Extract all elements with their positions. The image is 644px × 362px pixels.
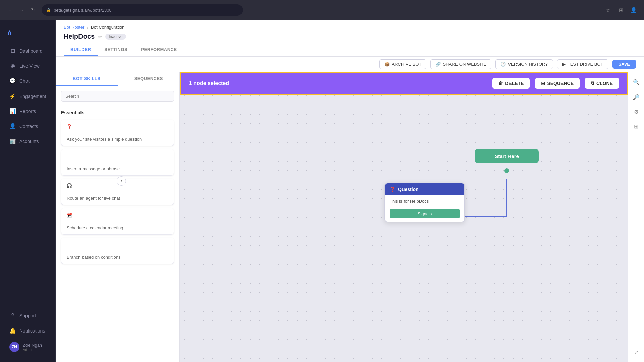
skill-livechat-name: Live Chat (75, 183, 97, 188)
sidebar-item-liveview[interactable]: ◉ Live View (3, 59, 53, 73)
sidebar-item-reports[interactable]: 📊 Reports (3, 104, 53, 118)
skill-card-question[interactable]: ❓ Question Ask your site visitors a simp… (61, 120, 174, 146)
share-website-button[interactable]: 🔗 SHARE ON WEBSITE (430, 59, 491, 69)
skill-card-conditional[interactable]: ⑂ Conditional Branching Branch based on … (61, 238, 174, 264)
sidebar-item-notifications[interactable]: 🔔 Notifications (3, 323, 53, 338)
tab-settings[interactable]: SETTINGS (98, 44, 134, 56)
url-text: beta.getsignals.ai/#/bots/2308 (54, 8, 112, 13)
sidebar-item-engagement[interactable]: ⚡ Engagement (3, 89, 53, 103)
selection-banner: 1 node selected 🗑 DELETE ⊞ SEQUENCE ⧉ CL… (180, 72, 628, 95)
avatar: ZN (9, 342, 19, 352)
essentials-section-title: Essentials (61, 110, 174, 115)
user-profile-item[interactable]: ZN Zoe Ngan Admin (3, 339, 53, 355)
star-button[interactable]: ☆ (603, 5, 613, 15)
skill-question-name: Question (75, 124, 96, 129)
sidebar-item-accounts[interactable]: 🏢 Accounts (3, 134, 53, 148)
breadcrumb-parent[interactable]: Bot Roster (64, 25, 84, 30)
share-icon: 🔗 (435, 62, 441, 67)
address-bar[interactable]: 🔒 beta.getsignals.ai/#/bots/2308 (42, 4, 243, 16)
settings-icon[interactable]: ⚙ (630, 106, 642, 118)
delete-button[interactable]: 🗑 DELETE (492, 78, 530, 89)
skill-livechat-body: Route an agent for live chat (61, 192, 174, 205)
reload-button[interactable]: ↻ (28, 5, 38, 15)
sequence-button[interactable]: ⊞ SEQUENCE (535, 78, 580, 89)
engagement-icon: ⚡ (9, 93, 16, 99)
clone-button[interactable]: ⧉ CLONE (585, 78, 619, 89)
save-button[interactable]: SAVE (612, 60, 636, 69)
canvas-area: 1 node selected 🗑 DELETE ⊞ SEQUENCE ⧉ CL… (180, 72, 628, 362)
sidebar-item-label: Contacts (19, 124, 38, 129)
skill-message-body: Insert a message or phrase (61, 163, 174, 176)
tab-bot-skills[interactable]: BOT SKILLS (56, 72, 118, 86)
panel-collapse-button[interactable]: ‹ (117, 176, 126, 186)
tab-sequences[interactable]: SEQUENCES (118, 72, 180, 86)
start-node-label: Start Here (495, 153, 519, 159)
sidebar: ∧ ⊞ Dashboard ◉ Live View 💬 Chat ⚡ Engag… (0, 20, 56, 362)
nav-buttons: ← → ↻ (5, 5, 38, 15)
sidebar-item-label: Reports (19, 109, 36, 114)
skills-list: Essentials ❓ Question Ask your site visi… (56, 106, 179, 362)
skills-tabs: BOT SKILLS SEQUENCES (56, 72, 179, 86)
reports-icon: 📊 (9, 108, 16, 114)
sidebar-item-support[interactable]: ? Support (3, 309, 53, 323)
sidebar-item-dashboard[interactable]: ⊞ Dashboard (3, 44, 53, 58)
skill-message-name: Message (74, 154, 94, 159)
browser-actions: ☆ ⊞ 👤 (603, 5, 639, 15)
test-drive-button[interactable]: ▶ TEST DRIVE BOT (557, 59, 608, 69)
tab-builder[interactable]: BUILDER (64, 44, 98, 56)
extensions-button[interactable]: ⊞ (616, 5, 626, 15)
accounts-icon: 🏢 (9, 138, 16, 144)
notifications-icon: 🔔 (9, 327, 16, 334)
question-node-icon: ❓ (390, 187, 395, 192)
skill-card-message[interactable]: ✉ Message Insert a message or phrase (61, 149, 174, 176)
archive-bot-button[interactable]: 📦 ARCHIVE BOT (379, 59, 426, 69)
skill-calendar-name: Calendar Invite (75, 213, 109, 218)
skills-panel: BOT SKILLS SEQUENCES Essentials ❓ Questi… (56, 72, 180, 362)
start-node[interactable]: Start Here (475, 149, 539, 163)
profile-button[interactable]: 👤 (629, 5, 639, 15)
question-node-title: Question (398, 187, 419, 192)
message-skill-icon: ✉ (66, 154, 70, 159)
question-node-body: This is for HelpDocs (385, 195, 464, 207)
sidebar-item-label: Engagement (19, 94, 46, 99)
logo-icon: ∧ (7, 28, 12, 37)
question-node[interactable]: ❓ Question This is for HelpDocs Signals (384, 183, 465, 222)
sidebar-nav: ⊞ Dashboard ◉ Live View 💬 Chat ⚡ Engagem… (0, 44, 55, 309)
skill-question-body: Ask your site visitors a simple question (61, 133, 174, 146)
start-node-connector (504, 168, 509, 173)
sidebar-item-label: Live View (19, 63, 40, 69)
breadcrumb-current: Bot Configuration (91, 25, 124, 30)
back-button[interactable]: ← (5, 5, 15, 15)
selection-text: 1 node selected (189, 80, 487, 86)
fullscreen-icon[interactable]: ⤢ (630, 346, 642, 358)
skills-search-area (56, 86, 179, 106)
zoom-out-button[interactable]: 🔎 (630, 91, 642, 103)
grid-icon[interactable]: ⊞ (630, 120, 642, 132)
sidebar-item-label: Chat (19, 78, 30, 84)
search-input[interactable] (61, 90, 174, 102)
sidebar-item-contacts[interactable]: 👤 Contacts (3, 119, 53, 133)
tab-performance[interactable]: PERFORMANCE (134, 44, 183, 56)
sidebar-item-chat[interactable]: 💬 Chat (3, 74, 53, 88)
sequence-icon: ⊞ (541, 81, 545, 86)
skill-message-header: ✉ Message (61, 149, 174, 163)
skill-card-calendar[interactable]: 📅 Calendar Invite Schedule a calendar me… (61, 208, 174, 235)
user-info: Zoe Ngan Admin (23, 343, 42, 352)
version-history-button[interactable]: 🕐 VERSION HISTORY (495, 59, 553, 69)
app: ∧ ⊞ Dashboard ◉ Live View 💬 Chat ⚡ Engag… (0, 20, 644, 362)
sidebar-item-label: Notifications (19, 328, 45, 334)
browser-chrome: ← → ↻ 🔒 beta.getsignals.ai/#/bots/2308 ☆… (0, 0, 644, 20)
skill-conditional-body: Branch based on conditions (61, 251, 174, 264)
calendar-skill-icon: 📅 (66, 213, 72, 218)
bot-name: HelpDocs (64, 33, 95, 40)
zoom-in-button[interactable]: 🔍 (630, 76, 642, 88)
header-tabs: BUILDER SETTINGS PERFORMANCE (64, 44, 636, 56)
forward-button[interactable]: → (17, 5, 26, 15)
builder-toolbar: 📦 ARCHIVE BOT 🔗 SHARE ON WEBSITE 🕐 VERSI… (56, 57, 644, 72)
version-icon: 🕐 (500, 62, 506, 67)
liveview-icon: ◉ (9, 63, 16, 69)
skill-calendar-body: Schedule a calendar meeting (61, 222, 174, 235)
edit-bot-name-button[interactable]: ✏ (98, 34, 102, 39)
clone-icon: ⧉ (591, 80, 594, 86)
question-skill-icon: ❓ (66, 124, 72, 129)
